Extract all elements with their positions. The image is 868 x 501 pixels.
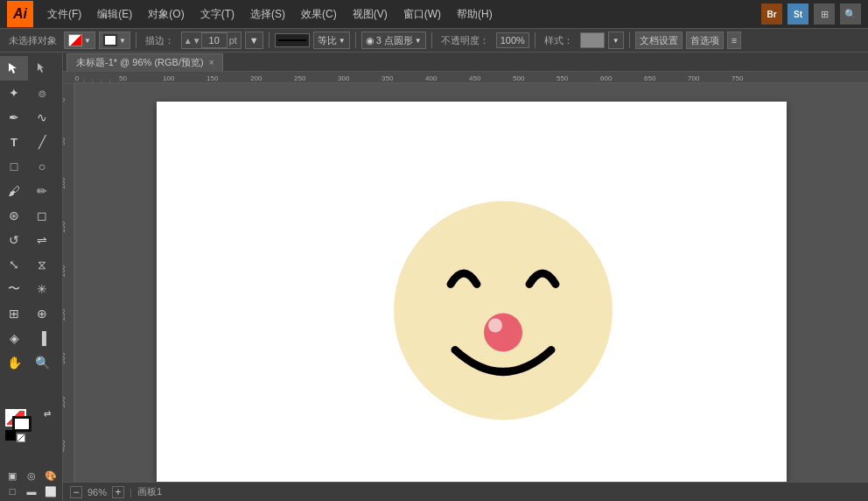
svg-text:550: 550 [556,74,569,82]
hand-tool[interactable]: ✋ [0,350,28,375]
tab-close-btn[interactable]: × [209,58,214,67]
smiley-svg [389,197,617,425]
style-dropdown[interactable]: ▼ [608,32,624,49]
sep-bar: | [130,487,132,497]
bridge-icon[interactable]: Br [761,4,782,25]
sep5 [535,32,536,48]
point-shape-dropdown[interactable]: ◉ 3 点圆形 ▼ [361,32,426,49]
opacity-label: 不透明度： [438,34,493,47]
svg-text:500: 500 [513,74,525,82]
color-mode[interactable]: 🎨 [42,468,60,483]
shear-tool[interactable]: ⧖ [28,252,56,277]
swap-colors-icon[interactable]: ⇄ [44,409,51,419]
left-ruler: 0 50 100 150 200 250 300 350 400 450 [63,84,75,482]
menu-help[interactable]: 帮助(H) [450,4,500,25]
left-toolbar: ✦ ⌾ ✒ ∿ T ╱ □ ○ 🖌 ✏ ⊛ ◻ ↺ ⇌ ⤡ ⧖ [0,53,63,501]
full-screen[interactable]: ⬜ [42,483,60,499]
tab-bar: 未标题-1* @ 96% (RGB/预览) × [63,53,868,72]
right-icons: Br St ⊞ 🔍 [761,4,861,25]
main-area: ✦ ⌾ ✒ ∿ T ╱ □ ○ 🖌 ✏ ⊛ ◻ ↺ ⇌ ⤡ ⧖ [0,53,868,501]
tool-row-7: ⊛ ◻ [0,203,62,228]
draw-mode[interactable]: ◎ [23,468,40,483]
search-icon[interactable]: 🔍 [840,4,861,25]
select-tool[interactable] [0,56,28,81]
canvas-wrapper: 未标题-1* @ 96% (RGB/预览) × 0 50 100 150 [63,53,868,501]
no-selection-label: 未选择对象 [5,34,60,47]
full-screen-with-bar[interactable]: ▬ [23,483,40,499]
menu-effect[interactable]: 效果(C) [294,4,344,25]
zoom-tool[interactable]: 🔍 [28,350,56,375]
warp-tool[interactable]: 〜 [0,277,28,301]
curvature-tool[interactable]: ∿ [28,105,56,130]
grid-icon[interactable]: ⊞ [814,4,835,25]
eraser-tool[interactable]: ◻ [28,203,56,228]
menu-view[interactable]: 视图(V) [346,4,395,25]
type-tool[interactable]: T [0,130,28,154]
title-bar: Ai 文件(F) 编辑(E) 对象(O) 文字(T) 选择(S) 效果(C) 视… [0,0,868,28]
pen-tool[interactable]: ✒ [0,105,28,130]
menu-edit[interactable]: 编辑(E) [90,4,139,25]
svg-text:700: 700 [688,74,700,82]
menu-type[interactable]: 文字(T) [193,4,242,25]
stroke-width-input[interactable] [201,32,228,48]
menu-object[interactable]: 对象(O) [141,4,191,25]
free-transform-tool[interactable]: ⊞ [0,301,28,326]
scale-tool[interactable]: ⤡ [0,252,28,277]
reset-colors-icon[interactable] [5,430,27,442]
preferences-btn[interactable]: 首选项 [686,32,724,49]
lasso-tool[interactable]: ⌾ [28,81,56,105]
paintbrush-tool[interactable]: 🖌 [0,179,28,203]
opacity-input[interactable] [496,32,529,48]
stroke-dropdown[interactable]: ▼ [245,32,263,49]
drawing-area [75,84,868,482]
tool-row-10: 〜 ✳ [0,277,62,301]
menu-window[interactable]: 窗口(W) [396,4,448,25]
menu-file[interactable]: 文件(F) [40,4,88,25]
arrange-btn[interactable]: ≡ [727,32,741,49]
puppet-warp-tool[interactable]: ✳ [28,277,56,301]
shape-builder-tool[interactable]: ⊕ [28,301,56,326]
rotate-tool[interactable]: ↺ [0,228,28,252]
magic-wand-tool[interactable]: ✦ [0,81,28,105]
svg-text:400: 400 [63,440,66,452]
sep6 [629,32,630,48]
ellipse-tool[interactable]: ○ [28,154,56,179]
normal-screen[interactable]: □ [4,483,21,499]
svg-text:250: 250 [63,308,66,321]
svg-text:750: 750 [732,74,744,82]
zoom-level: 96% [88,487,107,497]
pencil-tool[interactable]: ✏ [28,179,56,203]
stroke-color-btn[interactable]: ▼ [99,32,130,49]
document-tab[interactable]: 未标题-1* @ 96% (RGB/预览) × [66,53,223,71]
zoom-in-btn[interactable]: + [112,486,124,498]
svg-text:150: 150 [63,221,66,233]
fill-color-btn[interactable]: ▼ [64,32,95,49]
bar-chart-tool[interactable]: ▐ [28,326,56,350]
svg-text:250: 250 [294,74,306,82]
stroke-line-preview [275,33,310,47]
stroke-unit: pt [228,35,239,46]
rect-tool[interactable]: □ [0,154,28,179]
point-shape-text: 3 点圆形 [376,34,413,47]
stock-icon[interactable]: St [788,4,808,25]
line-tool[interactable]: ╱ [28,130,56,154]
blob-brush-tool[interactable]: ⊛ [0,203,28,228]
svg-text:300: 300 [63,352,66,364]
svg-text:50: 50 [63,138,66,145]
gradient-tool[interactable]: ◈ [0,326,28,350]
reflect-tool[interactable]: ⇌ [28,228,56,252]
menu-select[interactable]: 选择(S) [243,4,292,25]
tool-row-2: ✦ ⌾ [0,81,62,105]
change-screen-mode[interactable]: ▣ [4,468,21,483]
zoom-out-btn[interactable]: − [70,486,82,498]
stroke-style-dropdown[interactable]: 等比 ▼ [313,32,350,49]
direct-select-tool[interactable] [28,56,56,81]
sep1 [136,32,136,48]
tool-row-1 [0,56,62,81]
svg-text:600: 600 [600,74,612,82]
artboard [157,102,787,482]
tool-row-3: ✒ ∿ [0,105,62,130]
doc-settings-btn[interactable]: 文档设置 [635,32,682,49]
tool-row-13: ✋ 🔍 [0,350,62,375]
stroke-label: 描边： [142,34,178,47]
